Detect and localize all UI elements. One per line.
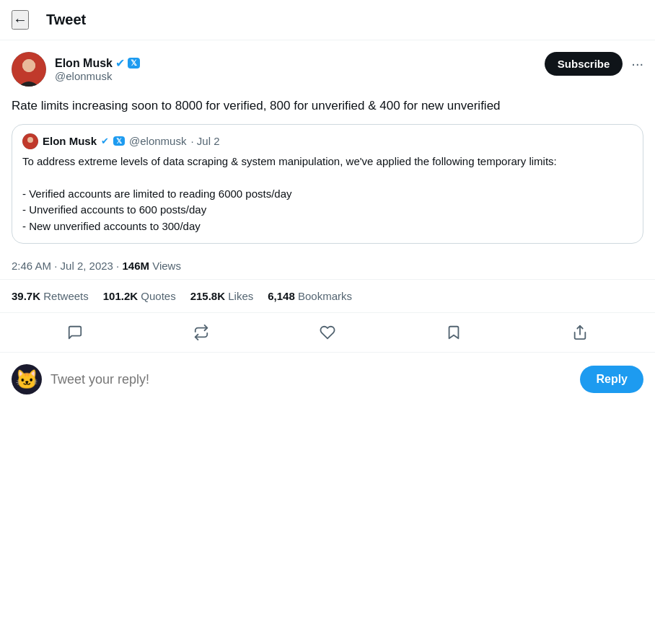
avatar[interactable]: [12, 52, 46, 87]
tweet-content: Rate limits increasing soon to 8000 for …: [0, 87, 655, 124]
bookmarks-label: Bookmarks: [298, 290, 352, 302]
likes-label: Likes: [228, 290, 253, 302]
bookmarks-stat[interactable]: 6,148 Bookmarks: [268, 290, 352, 302]
bookmark-action-button[interactable]: [439, 317, 469, 348]
quoted-content: To address extreme levels of data scrapi…: [22, 154, 633, 235]
retweet-action-button[interactable]: [186, 317, 216, 348]
quoted-author-row: Elon Musk ✔ 𝕏 @elonmusk · Jul 2: [22, 133, 633, 149]
quoted-verified-icon: ✔: [101, 136, 109, 146]
actions-row: [0, 313, 655, 353]
reply-action-button[interactable]: [60, 317, 90, 348]
page-title: Tweet: [46, 12, 86, 28]
quoted-twitter-badge: 𝕏: [113, 136, 125, 146]
heart-icon: [320, 325, 335, 340]
quotes-stat[interactable]: 101.2K Quotes: [103, 290, 176, 302]
retweets-count: 39.7K: [12, 290, 40, 302]
retweets-label: Retweets: [43, 290, 89, 302]
comment-icon: [67, 325, 83, 340]
quoted-avatar: [22, 133, 38, 149]
tweet-views-count: 146M: [122, 260, 149, 272]
tweet-header: ← Tweet: [0, 0, 655, 40]
reply-input[interactable]: [50, 372, 571, 387]
reply-button[interactable]: Reply: [580, 366, 643, 393]
retweet-icon: [193, 325, 209, 340]
quoted-tweet[interactable]: Elon Musk ✔ 𝕏 @elonmusk · Jul 2 To addre…: [12, 124, 643, 244]
verified-icon: ✔: [115, 56, 125, 70]
quotes-label: Quotes: [141, 290, 175, 302]
author-name[interactable]: Elon Musk: [55, 57, 113, 70]
author-info: Elon Musk ✔ 𝕏 @elonmusk: [55, 56, 140, 82]
like-action-button[interactable]: [312, 317, 343, 348]
reply-avatar-emoji: 🐱: [15, 369, 38, 391]
svg-point-3: [22, 59, 35, 72]
author-name-row: Elon Musk ✔ 𝕏: [55, 56, 140, 70]
quotes-count: 101.2K: [103, 290, 138, 302]
more-button[interactable]: ···: [631, 56, 643, 72]
author-handle[interactable]: @elonmusk: [55, 70, 140, 82]
twitter-badge: 𝕏: [128, 58, 140, 69]
likes-count: 215.8K: [190, 290, 225, 302]
stats-row: 39.7K Retweets 101.2K Quotes 215.8K Like…: [0, 280, 655, 313]
reply-avatar: 🐱: [12, 364, 42, 394]
share-icon: [572, 325, 588, 340]
back-button[interactable]: ←: [12, 10, 29, 30]
svg-point-6: [26, 144, 35, 149]
tweet-timestamp: 2:46 AM · Jul 2, 2023: [12, 260, 113, 272]
likes-stat[interactable]: 215.8K Likes: [190, 290, 254, 302]
bookmark-icon: [446, 325, 462, 340]
tweet-views-label: Views: [152, 260, 181, 272]
share-action-button[interactable]: [565, 317, 595, 348]
bookmarks-count: 6,148: [268, 290, 295, 302]
tweet-author-row: Elon Musk ✔ 𝕏 @elonmusk Subscribe ···: [0, 40, 655, 87]
svg-point-5: [27, 137, 33, 143]
tweet-meta: 2:46 AM · Jul 2, 2023 · 146M Views: [0, 252, 655, 280]
author-info-left: Elon Musk ✔ 𝕏 @elonmusk: [12, 52, 140, 87]
quoted-date: · Jul 2: [190, 135, 219, 147]
quoted-handle: @elonmusk: [129, 135, 186, 147]
author-actions: Subscribe ···: [545, 52, 643, 76]
reply-box: 🐱 Reply: [0, 353, 655, 406]
retweets-stat[interactable]: 39.7K Retweets: [12, 290, 89, 302]
quoted-author-name: Elon Musk: [43, 135, 97, 147]
subscribe-button[interactable]: Subscribe: [545, 52, 623, 76]
